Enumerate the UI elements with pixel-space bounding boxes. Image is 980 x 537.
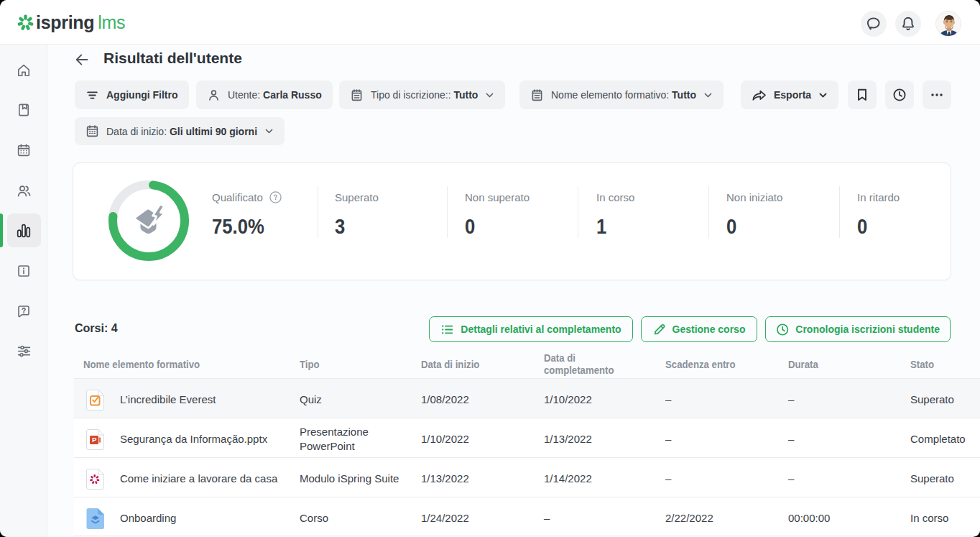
svg-text:P: P xyxy=(92,436,97,444)
